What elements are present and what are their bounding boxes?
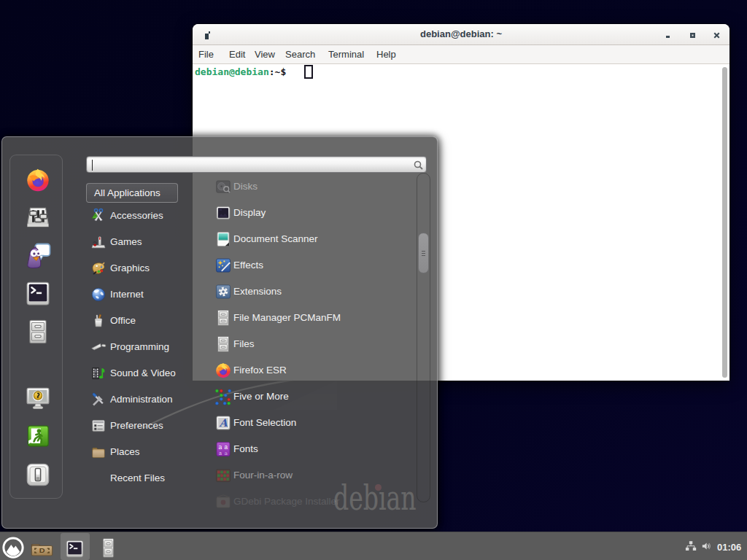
category-icon bbox=[90, 392, 107, 408]
programming-icon bbox=[90, 339, 107, 355]
network-icon bbox=[685, 540, 697, 552]
category-label: Games bbox=[110, 236, 142, 247]
file-cabinet-icon bbox=[214, 309, 232, 327]
category-label: Office bbox=[110, 315, 136, 326]
panel-launcher-files[interactable] bbox=[100, 537, 117, 559]
app-label: File Manager PCManFM bbox=[233, 312, 341, 323]
category-icon bbox=[90, 444, 107, 460]
category-office[interactable]: Office bbox=[85, 308, 209, 334]
menubar-item-file[interactable]: File bbox=[198, 49, 214, 60]
app-label: Disks bbox=[233, 181, 258, 192]
favorite-files[interactable] bbox=[25, 319, 51, 345]
scrollbar-grip bbox=[422, 255, 425, 256]
app-firefox-esr[interactable]: Firefox ESR bbox=[204, 357, 411, 384]
app-label: Display bbox=[233, 207, 266, 218]
category-label: Graphics bbox=[110, 262, 150, 273]
tray-network[interactable] bbox=[685, 540, 697, 552]
window-title: debian@debian: ~ bbox=[193, 28, 729, 39]
office-icon bbox=[90, 313, 107, 329]
app-five-or-more[interactable]: Five or More bbox=[204, 384, 411, 410]
app-label: Effects bbox=[233, 260, 263, 271]
favorite-settings[interactable] bbox=[25, 204, 51, 230]
games-icon bbox=[90, 234, 107, 250]
category-preferences[interactable]: Preferences bbox=[85, 413, 209, 439]
category-icon bbox=[90, 287, 107, 303]
minimize-button[interactable] bbox=[665, 31, 673, 39]
terminal-menubar: FileEditViewSearchTerminalHelp bbox=[193, 45, 729, 64]
panel-launcher-menu[interactable] bbox=[2, 537, 24, 559]
menu-scrollbar-track[interactable] bbox=[417, 173, 430, 502]
menubar-item-help[interactable]: Help bbox=[376, 49, 396, 60]
panel-launcher-file-manager[interactable]: D bbox=[31, 540, 53, 558]
app-icon bbox=[214, 362, 232, 379]
menubar-item-terminal[interactable]: Terminal bbox=[328, 49, 364, 60]
favorite-firefox[interactable] bbox=[25, 167, 51, 193]
search-input[interactable] bbox=[86, 156, 427, 173]
app-effects[interactable]: Effects bbox=[204, 252, 411, 279]
preferences-icon bbox=[90, 418, 107, 434]
folder-d-icon: D bbox=[31, 540, 53, 558]
app-disks[interactable]: Disks bbox=[204, 174, 411, 200]
applications-menu: All Applications Accessories Games Graph… bbox=[1, 136, 438, 529]
category-games[interactable]: Games bbox=[85, 229, 209, 255]
tray-volume[interactable] bbox=[701, 540, 713, 552]
terminal-scrollbar[interactable] bbox=[722, 67, 727, 378]
extensions-icon bbox=[214, 283, 232, 300]
app-files[interactable]: Files bbox=[204, 331, 411, 357]
panel-launcher-terminal[interactable] bbox=[65, 540, 85, 559]
menu-scrollbar-thumb[interactable] bbox=[418, 233, 429, 273]
category-administration[interactable]: Administration bbox=[85, 386, 209, 413]
terminal-cursor bbox=[304, 65, 313, 79]
app-extensions[interactable]: Extensions bbox=[204, 279, 411, 305]
category-label: Internet bbox=[110, 289, 144, 300]
svg-text:a: a bbox=[225, 451, 228, 456]
session-button-logout[interactable] bbox=[25, 423, 51, 449]
app-font-selection[interactable]: AFont Selection bbox=[204, 410, 411, 436]
category-icon bbox=[90, 418, 107, 434]
app-four-in-a-row[interactable]: Four-in-a-row bbox=[204, 462, 411, 489]
file-cabinet-icon bbox=[214, 335, 232, 353]
settings-faders-icon bbox=[25, 204, 51, 230]
shutdown-icon bbox=[25, 462, 51, 488]
four-in-a-row-icon bbox=[214, 467, 232, 484]
category-sound-video[interactable]: Sound & Video bbox=[85, 360, 209, 386]
app-fonts[interactable]: a a a aFonts bbox=[204, 436, 411, 462]
category-recent-files[interactable]: Recent Files bbox=[85, 465, 209, 491]
category-label: Accessories bbox=[110, 210, 163, 221]
menubar-item-search[interactable]: Search bbox=[285, 49, 315, 60]
graphics-icon bbox=[90, 260, 107, 276]
category-label: Recent Files bbox=[110, 472, 165, 483]
app-gdebi-package-installer[interactable]: GDebi Package Installer bbox=[204, 489, 411, 515]
app-label: Five or More bbox=[233, 391, 289, 402]
category-icon bbox=[90, 234, 107, 250]
session-button-shutdown[interactable] bbox=[25, 462, 51, 488]
category-places[interactable]: Places bbox=[85, 439, 209, 465]
places-icon bbox=[90, 444, 107, 460]
fonts-icon: a a a a bbox=[214, 440, 232, 458]
category-accessories[interactable]: Accessories bbox=[85, 203, 209, 229]
clock[interactable]: 01:06 bbox=[717, 542, 741, 553]
pidgin-icon bbox=[25, 243, 51, 269]
font-selection-icon: A bbox=[214, 414, 232, 432]
session-button-lock-screen[interactable] bbox=[25, 385, 51, 411]
app-label: Extensions bbox=[233, 286, 282, 297]
app-display[interactable]: Display bbox=[204, 200, 411, 226]
app-document-scanner[interactable]: Document Scanner bbox=[204, 226, 411, 252]
category-programming[interactable]: Programming bbox=[85, 334, 209, 360]
category-all-applications[interactable]: All Applications bbox=[86, 183, 178, 203]
terminal-titlebar[interactable]: debian@debian: ~ bbox=[193, 24, 729, 45]
app-label: Document Scanner bbox=[233, 233, 318, 244]
maximize-button[interactable] bbox=[689, 31, 697, 39]
menubar-item-edit[interactable]: Edit bbox=[229, 49, 245, 60]
sound-video-icon bbox=[90, 365, 107, 381]
favorite-terminal[interactable] bbox=[25, 281, 51, 307]
disks-icon bbox=[214, 178, 232, 195]
category-graphics[interactable]: Graphics bbox=[85, 255, 209, 281]
close-button[interactable] bbox=[713, 31, 721, 39]
menubar-item-view[interactable]: View bbox=[255, 49, 275, 60]
app-file-manager-pcmanfm[interactable]: File Manager PCManFM bbox=[204, 305, 411, 331]
shell-prompt: debian@debian:~$ bbox=[195, 66, 286, 77]
favorite-pidgin[interactable] bbox=[25, 243, 51, 269]
category-internet[interactable]: Internet bbox=[85, 281, 209, 308]
app-icon bbox=[214, 493, 232, 510]
